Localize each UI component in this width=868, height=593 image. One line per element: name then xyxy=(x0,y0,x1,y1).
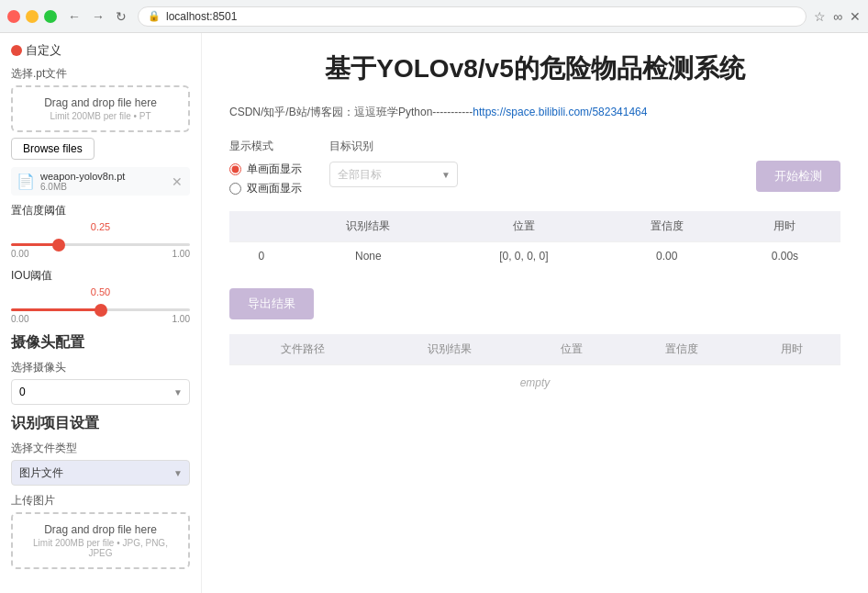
result-col-time: 用时 xyxy=(742,334,840,365)
nav-controls: ← → ↻ xyxy=(64,7,130,26)
result-empty-row: empty xyxy=(229,365,840,401)
detect-col-index xyxy=(229,211,294,242)
filetype-select-wrapper: 图片文件 ▼ xyxy=(11,460,190,486)
close-btn[interactable]: ✕ xyxy=(7,10,20,23)
maximize-btn[interactable]: + xyxy=(44,10,57,23)
start-detection-button[interactable]: 开始检测 xyxy=(756,161,840,192)
page-title: 基于YOLOv8/v5的危险物品检测系统 xyxy=(229,51,840,86)
red-dot-icon xyxy=(11,45,22,56)
detect-col-time: 用时 xyxy=(729,211,840,242)
target-group: 目标识别 全部目标 ▼ xyxy=(329,139,458,187)
result-col-confidence: 置信度 xyxy=(620,334,742,365)
row-time: 0.00s xyxy=(729,242,840,271)
minimize-btn[interactable]: – xyxy=(26,10,39,23)
bookmark-icon[interactable]: ☆ xyxy=(814,9,826,24)
radio-double-label[interactable]: 双画面显示 xyxy=(229,181,302,196)
result-empty-cell: empty xyxy=(229,365,840,401)
upload-label: 上传图片 xyxy=(11,493,190,509)
recognition-heading: 识别项目设置 xyxy=(11,414,190,433)
detect-col-result: 识别结果 xyxy=(294,211,443,242)
row-index: 0 xyxy=(229,242,294,271)
controls-top-row: 显示模式 单画面显示 双画面显示 目标识别 全部目标 ▼ xyxy=(229,139,840,196)
target-label: 目标识别 xyxy=(329,139,458,154)
row-position: [0, 0, 0, 0] xyxy=(443,242,605,271)
camera-label: 选择摄像头 xyxy=(11,360,190,375)
result-table-header-row: 文件路径 识别结果 位置 置信度 用时 xyxy=(229,334,840,365)
file-info: weapon-yolov8n.pt 6.0MB xyxy=(40,171,164,192)
table-row: 0 None [0, 0, 0, 0] 0.00 0.00s xyxy=(229,242,840,271)
upload-dropzone-limit: Limit 200MB per file • JPG, PNG, JPEG xyxy=(22,538,179,558)
pt-dropzone[interactable]: Drag and drop file here Limit 200MB per … xyxy=(11,85,190,132)
detect-table-header-row: 识别结果 位置 置信度 用时 xyxy=(229,211,840,242)
result-col-filepath: 文件路径 xyxy=(229,334,376,365)
dropzone-limit: Limit 200MB per file • PT xyxy=(22,111,179,121)
export-results-button[interactable]: 导出结果 xyxy=(229,288,314,319)
result-table: 文件路径 识别结果 位置 置信度 用时 empty xyxy=(229,334,840,400)
browse-files-button[interactable]: Browse files xyxy=(11,138,95,160)
url-text: localhost:8501 xyxy=(166,10,237,23)
reload-button[interactable]: ↻ xyxy=(112,7,130,26)
iou-section: IOU阈值 0.50 0.00 1.00 xyxy=(11,268,190,324)
camera-select[interactable]: 0 xyxy=(11,379,190,405)
upload-dropzone[interactable]: Drag and drop file here Limit 200MB per … xyxy=(11,512,190,569)
menu-icon[interactable]: ✕ xyxy=(850,9,861,24)
result-col-position: 位置 xyxy=(523,334,621,365)
forward-button[interactable]: → xyxy=(88,7,108,26)
uploaded-file-item: 📄 weapon-yolov8n.pt 6.0MB ✕ xyxy=(11,167,190,196)
bilibili-link[interactable]: https://space.bilibili.com/582341464 xyxy=(473,106,647,118)
confidence-section: 置信度阈值 0.25 0.00 1.00 xyxy=(11,203,190,259)
target-select-wrapper: 全部目标 ▼ xyxy=(329,162,458,187)
filetype-select[interactable]: 图片文件 xyxy=(11,460,190,486)
display-mode-radios: 单画面显示 双画面显示 xyxy=(229,162,302,196)
extension-icon[interactable]: ∞ xyxy=(833,9,842,24)
confidence-value: 0.25 xyxy=(87,220,114,233)
sidebar: 自定义 选择.pt文件 Drag and drop file here Limi… xyxy=(0,33,202,593)
sidebar-title: 自定义 xyxy=(11,42,190,59)
iou-label: IOU阈值 xyxy=(11,268,190,284)
dropzone-title: Drag and drop file here xyxy=(22,96,179,109)
iou-value: 0.50 xyxy=(87,285,114,298)
file-size: 6.0MB xyxy=(40,182,164,192)
confidence-slider[interactable] xyxy=(11,243,190,246)
display-mode-label: 显示模式 xyxy=(229,139,302,154)
radio-double-text: 双画面显示 xyxy=(247,181,302,196)
main-content: 基于YOLOv8/v5的危险物品检测系统 CSDN/知乎/B站/博客园：逗逗班学… xyxy=(202,33,868,593)
detect-col-position: 位置 xyxy=(443,211,605,242)
window-controls: ✕ – + xyxy=(7,10,57,23)
filetype-label: 选择文件类型 xyxy=(11,441,190,456)
row-result: None xyxy=(294,242,443,271)
upload-dropzone-title: Drag and drop file here xyxy=(22,523,179,536)
camera-heading: 摄像头配置 xyxy=(11,333,190,352)
detect-col-confidence: 置信度 xyxy=(605,211,729,242)
radio-single-label[interactable]: 单画面显示 xyxy=(229,162,302,177)
app-container: 自定义 选择.pt文件 Drag and drop file here Limi… xyxy=(0,33,868,593)
target-select[interactable]: 全部目标 xyxy=(329,162,458,187)
address-bar[interactable]: 🔒 localhost:8501 xyxy=(138,6,807,27)
display-mode-group: 显示模式 单画面显示 双画面显示 xyxy=(229,139,302,196)
browser-chrome: ✕ – + ← → ↻ 🔒 localhost:8501 ☆ ∞ ✕ xyxy=(0,0,868,33)
file-name: weapon-yolov8n.pt xyxy=(40,171,164,182)
detect-table: 识别结果 位置 置信度 用时 0 None [0, 0, 0, 0] 0.00 … xyxy=(229,211,840,270)
info-text: CSDN/知乎/B站/博客园：逗逗班学Python-----------http… xyxy=(229,105,840,120)
browser-action-icons: ☆ ∞ ✕ xyxy=(814,9,861,24)
pt-file-label: 选择.pt文件 xyxy=(11,66,190,82)
iou-slider[interactable] xyxy=(11,308,190,311)
remove-file-button[interactable]: ✕ xyxy=(170,174,184,189)
result-col-result: 识别结果 xyxy=(376,334,523,365)
radio-single-text: 单画面显示 xyxy=(247,162,302,177)
confidence-label: 置信度阈值 xyxy=(11,203,190,218)
radio-double-input[interactable] xyxy=(229,183,241,195)
camera-select-wrapper: 0 ▼ xyxy=(11,379,190,405)
file-icon: 📄 xyxy=(17,173,35,190)
back-button[interactable]: ← xyxy=(64,7,84,26)
row-confidence: 0.00 xyxy=(605,242,729,271)
radio-single-input[interactable] xyxy=(229,163,241,175)
